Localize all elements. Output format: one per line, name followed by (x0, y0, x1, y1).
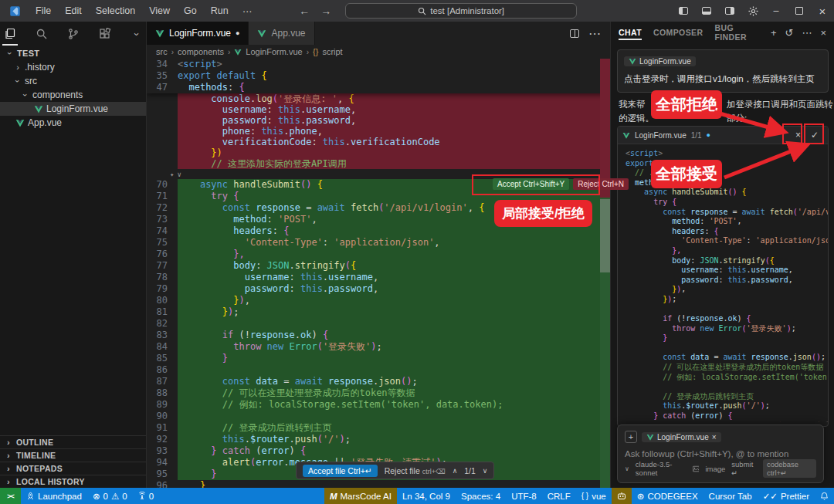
chat-panel-header: CHAT COMPOSER BUG FINDER + ↺ ⋯ × (611, 22, 834, 43)
editor-area: LoginForm.vue ● App.vue ⋯ src› component… (147, 22, 610, 488)
add-context-button[interactable]: + (625, 431, 637, 443)
tree-root-test[interactable]: › TEST (0, 46, 146, 60)
tab-bug-finder[interactable]: BUG FINDER (714, 22, 758, 43)
chat-close-icon[interactable]: × (820, 27, 826, 39)
ai-assistant-item[interactable] (612, 488, 632, 504)
accept-all-icon[interactable]: ✓ (811, 130, 819, 140)
section-notepads[interactable]: ›NOTEPADS (0, 462, 146, 475)
command-search-box[interactable]: test [Administrator] (345, 3, 577, 19)
cursor-tab-item[interactable]: Cursor Tab (703, 488, 758, 504)
sticky-scroll-lines[interactable]: 34<script>35export default {47 methods: … (147, 59, 610, 93)
file-accept-reject-widget: Accept file Ctrl+↵ Reject file ctrl+⌫ ∧ … (296, 462, 494, 479)
chat-input-card[interactable]: + LoginForm.vue × Ask followup (Ctrl+Shi… (617, 425, 824, 483)
eol-item[interactable]: CRLF (542, 488, 576, 504)
new-chat-icon[interactable]: + (771, 27, 777, 39)
tab-chat[interactable]: CHAT (619, 22, 642, 43)
tree-item-history[interactable]: › .history (0, 60, 146, 74)
language-mode-item[interactable]: { } vue (576, 488, 612, 504)
menu-more[interactable]: ⋯ (236, 0, 259, 22)
reject-file-button[interactable]: Reject file ctrl+⌫ (385, 466, 446, 475)
sparkle-icon: ✦ (170, 171, 174, 178)
menu-run[interactable]: Run (204, 0, 236, 22)
tree-item-appvue[interactable]: App.vue (0, 116, 146, 130)
scrollbar-thumb[interactable] (600, 199, 610, 272)
minimize-button[interactable]: – (764, 0, 788, 22)
vue-file-icon (257, 29, 266, 38)
menu-view[interactable]: View (142, 0, 177, 22)
submit-button[interactable]: submit ↵ (731, 460, 757, 477)
modified-dot-icon[interactable]: ● (236, 29, 239, 37)
accept-file-button[interactable]: Accept file Ctrl+↵ (303, 465, 378, 477)
settings-gear-icon[interactable] (741, 0, 764, 22)
section-outline[interactable]: ›OUTLINE (0, 435, 146, 448)
breadcrumb[interactable]: src› components› LoginForm.vue› {} scrip… (147, 45, 610, 59)
tree-item-components[interactable]: › components (0, 88, 146, 102)
activity-more-chevron-icon[interactable]: › (127, 23, 146, 45)
maximize-button[interactable] (788, 0, 811, 22)
menu-edit[interactable]: Edit (58, 0, 89, 22)
double-check-icon2: ✓ (770, 491, 778, 502)
menu-selection[interactable]: Selection (89, 0, 142, 22)
file-label: LoginForm.vue (46, 103, 108, 114)
attach-image-button[interactable]: image (705, 465, 725, 473)
chat-input-placeholder[interactable]: Ask followup (Ctrl+Shift+Y), @ to mentio… (625, 449, 816, 458)
encoding-item[interactable]: UTF-8 (506, 488, 542, 504)
tab-app-vue[interactable]: App.vue (249, 22, 314, 45)
overview-ruler-scrollbar[interactable] (600, 59, 610, 488)
chat-more-icon[interactable]: ⋯ (802, 27, 812, 39)
ai-chat-panel: CHAT COMPOSER BUG FINDER + ↺ ⋯ × LoginFo… (610, 22, 834, 488)
ports-item[interactable]: 0 (133, 488, 159, 504)
reject-all-icon[interactable]: × (795, 130, 801, 140)
image-icon (693, 465, 700, 472)
indentation-item[interactable]: Spaces: 4 (456, 488, 506, 504)
marscode-ai-item[interactable]: M MarsCode AI (324, 488, 397, 504)
file-explorer-tree: › TEST › .history › src › components Log… (0, 46, 146, 130)
codebase-button[interactable]: codebase ctrl+↵ (763, 459, 816, 478)
folder-label: .history (25, 62, 55, 73)
toggle-sidebar-icon[interactable] (672, 0, 695, 22)
source-control-icon[interactable] (64, 23, 83, 45)
search-sidebar-icon[interactable] (32, 23, 51, 45)
input-context-chip[interactable]: LoginForm.vue × (642, 432, 721, 442)
model-selector[interactable]: claude-3.5-sonnet (636, 460, 687, 477)
extensions-icon[interactable] (96, 23, 114, 45)
split-editor-icon[interactable] (570, 29, 579, 38)
launchpad-item[interactable]: Launchpad (21, 488, 87, 504)
vue-file-icon (622, 131, 630, 140)
problems-item[interactable]: ⊗ 0 ⚠ 0 (87, 488, 133, 504)
diff-gutter-widget[interactable]: ✦ ∨ (147, 169, 610, 179)
vue-file-icon (629, 57, 636, 66)
file-label: App.vue (28, 117, 62, 128)
code-block-count: 1/1 (691, 131, 702, 140)
editor-tab-bar: LoginForm.vue ● App.vue ⋯ (147, 22, 610, 45)
tab-loginform-vue[interactable]: LoginForm.vue ● (147, 22, 249, 45)
tree-item-src[interactable]: › src (0, 74, 146, 88)
vue-file-icon (646, 433, 654, 441)
context-file-chip[interactable]: LoginForm.vue (624, 56, 696, 66)
codegeex-item[interactable]: ⊛ CODEGEEX (632, 488, 703, 504)
explorer-icon[interactable] (1, 23, 19, 45)
chat-history-icon[interactable]: ↺ (785, 27, 794, 39)
cursor-position-item[interactable]: Ln 34, Col 9 (397, 488, 456, 504)
prettier-item[interactable]: ✓✓ Prettier (758, 488, 815, 504)
remove-context-icon[interactable]: × (712, 433, 717, 441)
code-editor[interactable]: 34<script>35export default {47 methods: … (147, 59, 610, 488)
nav-forward-icon[interactable]: → (320, 5, 331, 17)
toggle-panel-icon[interactable] (695, 0, 718, 22)
menu-file[interactable]: File (29, 0, 58, 22)
toggle-secondary-sidebar-icon[interactable] (718, 0, 741, 22)
editor-more-actions-icon[interactable]: ⋯ (588, 26, 601, 41)
menu-go[interactable]: Go (177, 0, 204, 22)
section-timeline[interactable]: ›TIMELINE (0, 448, 146, 462)
tab-composer[interactable]: COMPOSER (653, 22, 703, 43)
tree-item-loginform[interactable]: LoginForm.vue (0, 102, 146, 116)
remote-indicator[interactable]: >< (0, 488, 21, 504)
next-diff-icon[interactable]: ∨ (483, 467, 488, 475)
close-button[interactable]: × (811, 0, 834, 22)
braces-icon: { } (581, 492, 588, 500)
section-local-history[interactable]: ›LOCAL HISTORY (0, 475, 146, 488)
radio-tower-icon (138, 492, 146, 500)
notifications-bell-item[interactable] (815, 488, 834, 504)
prev-diff-icon[interactable]: ∧ (453, 467, 458, 475)
nav-back-icon[interactable]: ← (299, 5, 310, 17)
